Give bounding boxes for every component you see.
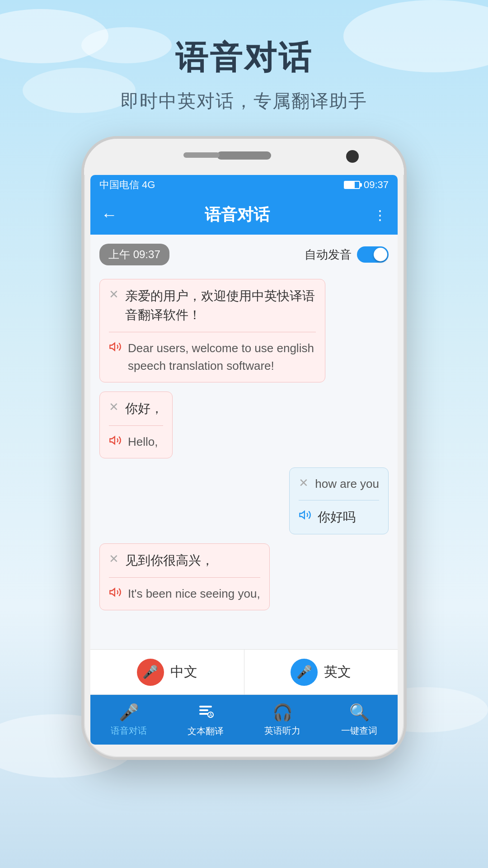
message-1: ✕ 亲爱的用户，欢迎使用中英快译语音翻译软件！ Dear users, [99,279,325,382]
voice-nav-label: 语音对话 [111,725,147,737]
bubble-row-en-3: ✕ how are you [299,475,379,493]
bubble-row-en-4: It's been nice seeing you, [109,585,260,603]
chat-area: 上午 09:37 自动发音 ✕ 亲爱的用户，欢迎使用中英快译语音翻译软件！ [90,235,398,649]
status-bar: 中国电信 4G 09:37 [90,175,398,195]
svg-rect-4 [199,706,212,708]
message-4: ✕ 见到你很高兴， It's been nice seeing you, [99,543,270,610]
page-subtitle: 即时中英对话，专属翻译助手 [121,89,367,113]
phone-screen: 中国电信 4G 09:37 ← 语音对话 ⋮ 上午 09:37 自动发音 [90,175,398,745]
en-text-2: Hello, [128,433,158,451]
nav-item-lookup[interactable]: 🔍 一键查词 [321,703,398,737]
close-icon-3[interactable]: ✕ [299,476,309,490]
svg-marker-1 [110,437,115,444]
cn-text-2: 你好， [125,399,163,418]
svg-marker-2 [300,511,305,519]
text-nav-icon: A [197,702,214,722]
carrier-text: 中国电信 4G [99,178,155,192]
bottom-area: 🎤 中文 🎤 英文 🎤 语音对话 [90,649,398,745]
sound-icon-4[interactable] [109,586,122,602]
cn-text-3: 你好吗 [318,508,356,527]
auto-voice-label: 自动发音 [305,247,352,263]
bubble-row-cn-1: ✕ 亲爱的用户，欢迎使用中英快译语音翻译软件！ [109,287,316,325]
phone-frame: 中国电信 4G 09:37 ← 语音对话 ⋮ 上午 09:37 自动发音 [81,136,407,760]
battery-icon [344,181,360,189]
nav-item-text[interactable]: A 文本翻译 [167,702,244,737]
close-icon-1[interactable]: ✕ [109,288,119,302]
cn-text-1: 亲爱的用户，欢迎使用中英快译语音翻译软件！ [125,287,316,325]
cn-mic-icon: 🎤 [142,665,158,679]
bubble-row-en-2: Hello, [109,433,163,451]
close-icon-4[interactable]: ✕ [109,552,119,566]
phone-earpiece [183,152,220,158]
sound-icon-3[interactable] [299,509,311,524]
bubble-left-1: ✕ 亲爱的用户，欢迎使用中英快译语音翻译软件！ Dear users, [99,279,325,382]
svg-text:A: A [209,712,212,717]
time-row: 上午 09:37 自动发音 [99,244,389,265]
time-badge: 上午 09:37 [99,244,169,265]
header-title: 语音对话 [127,204,348,226]
phone-top [84,139,404,175]
close-icon-2[interactable]: ✕ [109,400,119,414]
more-button[interactable]: ⋮ [373,207,387,223]
toggle-knob [374,248,387,261]
english-voice-button[interactable]: 🎤 英文 [244,650,398,694]
listen-nav-label: 英语听力 [264,725,300,737]
battery-fill [345,182,355,188]
sound-icon-1[interactable] [109,340,122,356]
nav-item-voice[interactable]: 🎤 语音对话 [90,703,167,737]
en-text-1: Dear users, welcome to use english speec… [128,340,316,375]
chinese-voice-button[interactable]: 🎤 中文 [90,650,244,694]
bubble-right-3: ✕ how are you 你好吗 [289,467,389,534]
divider-1 [109,332,316,332]
sound-icon-2[interactable] [109,434,122,450]
divider-2 [109,425,163,426]
bubble-row-cn-4: ✕ 见到你很高兴， [109,551,260,570]
cn-text-4: 见到你很高兴， [125,551,214,570]
phone-speaker [217,151,271,160]
status-right: 09:37 [344,179,389,191]
bubble-row-cn-2: ✕ 你好， [109,399,163,418]
auto-voice-row: 自动发音 [305,246,389,263]
svg-marker-3 [110,589,115,596]
cn-mic-circle: 🎤 [137,659,164,686]
en-mic-circle: 🎤 [291,659,318,686]
en-text-3: how are you [315,475,379,493]
auto-voice-toggle[interactable] [357,246,389,263]
time-text: 09:37 [364,179,389,191]
cn-voice-label: 中文 [170,663,197,681]
en-text-4: It's been nice seeing you, [128,585,260,603]
phone-camera [346,150,359,163]
divider-4 [109,577,260,578]
en-mic-icon: 🎤 [296,665,312,679]
app-header: ← 语音对话 ⋮ [90,195,398,235]
bubble-row-cn-3: 你好吗 [299,508,379,527]
nav-item-listen[interactable]: 🎧 英语听力 [244,703,321,737]
bubble-left-2: ✕ 你好， Hello, [99,392,173,458]
bubble-left-4: ✕ 见到你很高兴， It's been nice seeing you, [99,543,270,610]
listen-nav-icon: 🎧 [272,703,293,722]
svg-marker-0 [110,343,115,350]
voice-buttons: 🎤 中文 🎤 英文 [90,650,398,695]
divider-3 [299,500,379,500]
lookup-nav-label: 一键查词 [341,725,377,737]
bubble-row-en-1: Dear users, welcome to use english speec… [109,340,316,375]
lookup-nav-icon: 🔍 [349,703,370,722]
voice-nav-icon: 🎤 [119,703,139,722]
back-button[interactable]: ← [101,205,117,224]
en-voice-label: 英文 [324,663,351,681]
message-2: ✕ 你好， Hello, [99,392,173,458]
text-nav-label: 文本翻译 [188,725,224,737]
message-3: ✕ how are you 你好吗 [289,467,389,534]
bottom-nav: 🎤 语音对话 A 文本翻译 [90,695,398,745]
svg-rect-5 [199,709,208,711]
page-title: 语音对话 [175,36,313,80]
